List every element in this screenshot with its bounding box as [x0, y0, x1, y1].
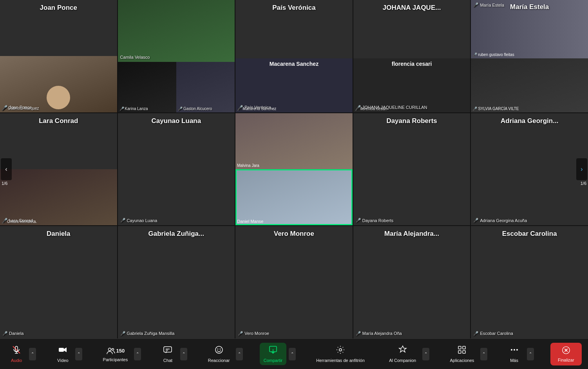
participant-name-gabriela-zuniga: Gabriela Zuñiga...	[118, 230, 235, 238]
participant-tile-gabriela-zuniga: Gabriela Zuñiga... 🎤 Gabriela Zuñiga Man…	[118, 226, 235, 338]
host-label: Herramientas de anfitrión	[316, 358, 365, 363]
apps-button[interactable]: Aplicaciones	[446, 343, 478, 365]
host-icon	[336, 345, 345, 356]
audio-label: Audio	[11, 358, 22, 363]
share-button[interactable]: Compartir	[260, 343, 286, 365]
companion-button[interactable]: Al Companion	[385, 343, 420, 365]
participants-group: 150 Participantes ⌃	[99, 344, 141, 364]
participant-name-pais: País Verónica	[235, 4, 353, 12]
video-group: Vídeo ⌃	[52, 343, 82, 365]
tile-label-joan: 🎤 Joan Ponce	[2, 105, 32, 110]
svg-point-6	[112, 348, 114, 350]
nav-arrow-left[interactable]: ‹	[1, 158, 12, 180]
tile-label-johana: 🎤 JOHANA JAQUELINE CURILLAN	[356, 105, 427, 110]
more-group: Más ⌃	[504, 343, 534, 365]
label-karina: 🎤Karina Lanza	[119, 107, 148, 111]
participant-name-lara: Lara Conrad	[0, 117, 117, 125]
audio-chevron[interactable]: ⌃	[29, 348, 36, 360]
participant-name-joan-ponce: Joan Ponce	[0, 4, 117, 12]
svg-point-10	[215, 346, 223, 353]
participants-chevron[interactable]: ⌃	[134, 348, 141, 360]
more-button[interactable]: Más	[504, 343, 525, 365]
participant-name-daniela: Daniela	[0, 230, 117, 238]
svg-point-11	[217, 349, 218, 349]
participants-icon: 150	[106, 346, 125, 356]
svg-rect-15	[458, 346, 461, 349]
host-button[interactable]: Herramientas de anfitrión	[312, 343, 369, 365]
nav-arrow-right[interactable]: ›	[576, 158, 587, 180]
sub-name-florencia: florencia cesari	[392, 61, 432, 67]
react-label: Reaccionar	[208, 358, 230, 363]
video-grid: Joan Ponce 🎤 Gabriela Marquez 🎤 Joan Pon…	[0, 0, 588, 338]
participant-tile-vero: Vero Monroe 🎤 Vero Monroe	[235, 226, 353, 338]
svg-point-20	[514, 349, 515, 351]
tile-label-gabriela-zuniga: 🎤 Gabriela Zuñiga Mansilla	[120, 331, 175, 336]
participant-tile-maria-alejandra: María Alejandra... 🎤 María Alejandra Oña	[353, 226, 470, 338]
svg-rect-4	[59, 348, 64, 352]
react-icon	[214, 345, 224, 356]
audio-group: Audio ⌃	[6, 343, 36, 365]
end-icon	[562, 346, 570, 356]
label-malvina: Malvina Jara	[237, 163, 259, 168]
participant-tile-dayana: Dayana Roberts 🎤 Dayana Roberts	[353, 113, 470, 226]
share-chevron[interactable]: ⌃	[289, 348, 296, 360]
host-group: Herramientas de anfitrión	[312, 343, 369, 365]
chat-button[interactable]: Chat	[157, 343, 178, 365]
react-button[interactable]: Reaccionar	[204, 343, 234, 365]
video-button[interactable]: Vídeo	[52, 343, 73, 365]
participant-name-vero: Vero Monroe	[235, 230, 353, 238]
tile-label-daniela: 🎤 Daniela	[2, 331, 24, 336]
sub-name-macarena: Macarena Sanchez	[235, 61, 353, 67]
page-indicator-right: 1/6	[581, 181, 586, 186]
label-gaston: 🎤Gaston Alcucero	[178, 107, 212, 111]
participants-label: Participantes	[103, 357, 128, 362]
svg-point-12	[219, 349, 220, 349]
participant-tile-pais: País Verónica 🎤 País Verónica Macarena S…	[235, 0, 353, 112]
chat-chevron[interactable]: ⌃	[180, 348, 187, 360]
svg-point-21	[516, 349, 518, 351]
react-group: Reaccionar ⌃	[204, 343, 243, 365]
video-chevron[interactable]: ⌃	[75, 348, 82, 360]
toolbar: Audio ⌃ Vídeo ⌃	[0, 338, 588, 369]
video-icon	[58, 345, 67, 356]
label-ruben: 🎤ruben gustavo fleitas	[472, 52, 514, 57]
participant-name-dayana: Dayana Roberts	[353, 117, 470, 125]
participant-name-cayunao: Cayunao Luana	[118, 117, 235, 125]
audio-button[interactable]: Audio	[6, 343, 27, 365]
tile-label-adriana: 🎤 Adriana Georgina Acuña	[473, 218, 527, 223]
tile-label-maria-estela: 🎤 María Estela	[473, 2, 504, 7]
end-label: Finalizar	[558, 358, 574, 362]
more-chevron[interactable]: ⌃	[527, 348, 534, 360]
participant-name-adriana: Adriana Georgin...	[471, 117, 588, 125]
participant-tile-maria-estela: 🎤ruben gustavo fleitas María Estela 🎤SYL…	[471, 0, 588, 112]
participant-name-maria-alejandra: María Alejandra...	[353, 230, 470, 238]
participant-tile-joan-ponce: Joan Ponce 🎤 Gabriela Marquez 🎤 Joan Pon…	[0, 0, 117, 112]
more-icon	[510, 345, 519, 356]
audio-mute-icon	[12, 345, 21, 356]
apps-chevron[interactable]: ⌃	[480, 348, 487, 360]
end-button[interactable]: Finalizar	[550, 343, 582, 365]
participant-count: 150	[116, 348, 125, 354]
video-label: Vídeo	[57, 358, 69, 363]
participant-name-escobar: Escobar Carolina	[471, 230, 588, 238]
tile-label-escobar: 🎤 Escobar Carolina	[473, 331, 513, 336]
svg-rect-16	[463, 346, 465, 349]
react-chevron[interactable]: ⌃	[236, 348, 243, 360]
chat-label: Chat	[163, 358, 172, 363]
participants-button[interactable]: 150 Participantes	[99, 344, 132, 364]
tile-label-cayunao: 🎤 Cayunao Luana	[120, 218, 157, 223]
svg-point-5	[108, 348, 111, 351]
share-label: Compartir	[264, 358, 282, 363]
video-grid-container: ‹ 1/6 › 1/6 Joan Ponce 🎤 Gabriela Marque…	[0, 0, 588, 338]
more-label: Más	[510, 358, 518, 363]
svg-point-19	[511, 349, 512, 351]
page-indicator-left: 1/6	[2, 181, 7, 186]
participant-tile-malvina-daniel: Malvina Jara Daniel Manse	[235, 113, 353, 226]
participant-tile-lara: Lara Conrad 🎤 Lara Conrad 🎤Chiara Mendie…	[0, 113, 117, 226]
participant-tile-camila: Camila Velasco 🎤Karina Lanza 🎤Gaston Alc…	[118, 0, 235, 112]
companion-chevron[interactable]: ⌃	[422, 348, 429, 360]
companion-group: Al Companion ⌃	[385, 343, 429, 365]
share-icon	[268, 345, 278, 356]
tile-label-pais: 🎤 País Verónica	[238, 105, 271, 110]
companion-label: Al Companion	[389, 358, 416, 363]
